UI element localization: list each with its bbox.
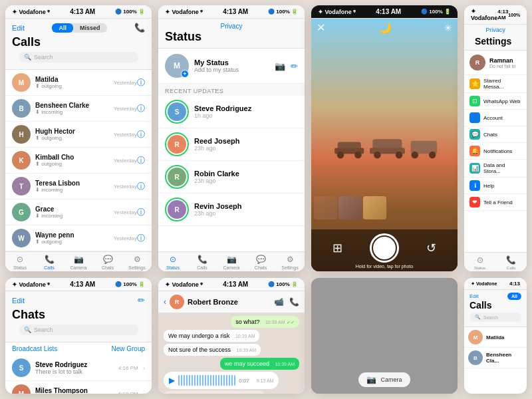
segment-all[interactable]: All: [52, 23, 73, 33]
avatar: R: [168, 200, 186, 219]
chats-header: Edit ✏ Chats 🔍 Search: [5, 291, 152, 342]
table-row[interactable]: M Matilda ⬆ outgoing Yesterday ⓘ: [5, 70, 152, 96]
settings-item-help[interactable]: ℹ Help: [464, 178, 527, 194]
info-icon[interactable]: ⓘ: [137, 103, 145, 114]
tab-calls-s[interactable]: 📞 Calls: [495, 255, 527, 270]
settings-item-chats[interactable]: 💬 Chats: [464, 126, 527, 143]
broadcast-lists-link[interactable]: Broadcast Lists: [12, 345, 57, 352]
time-8: 4:13: [509, 281, 520, 287]
shutter-button[interactable]: [370, 233, 399, 263]
message-time: 10:39 AM: [265, 320, 285, 325]
caller-name: Kimball Cho: [35, 154, 114, 161]
search-bar-chats[interactable]: 🔍 Search: [19, 325, 138, 335]
chat-avatar: M: [12, 384, 31, 394]
chat-item[interactable]: S Steve Rodriguez There is lot to talk 4…: [5, 355, 152, 381]
table-row[interactable]: H Hugh Hector ⬆ outgoing Yesterday ⓘ: [5, 122, 152, 148]
info-icon[interactable]: ⓘ: [137, 207, 145, 218]
table-row[interactable]: T Teresa Lisbon ⬇ incoming Yesterday ⓘ: [5, 174, 152, 200]
segment-control: All Missed: [52, 23, 106, 33]
settings-item-starred[interactable]: ⭐ Starred Messa...: [464, 75, 527, 93]
close-icon[interactable]: ✕: [317, 21, 325, 34]
info-icon[interactable]: ⓘ: [137, 155, 145, 166]
chat-item[interactable]: M Miles Thompson ✓✓ l got you bro 😎 6:10…: [5, 381, 152, 394]
settings-item-data[interactable]: 📊 Data and Stora...: [464, 160, 527, 178]
new-chat-icon[interactable]: ✏: [138, 295, 145, 305]
tab-calls[interactable]: 📞 Calls: [35, 255, 64, 270]
carrier-3: ✦ Vodafone ᵠ: [318, 9, 356, 15]
search-bar-calls[interactable]: 🔍 Search: [19, 52, 138, 63]
settings-item-friend[interactable]: ❤ Tell a Friend: [464, 194, 527, 211]
settings-item-notifications[interactable]: 🔔 Notifications: [464, 143, 527, 160]
video-call-icon[interactable]: 📹: [274, 297, 284, 307]
edit-status-icon[interactable]: ✏: [291, 61, 298, 71]
tab-settings-2[interactable]: ⚙ Settings: [275, 255, 305, 270]
settings-item-web[interactable]: ⊡ WhatsApp Web: [464, 93, 527, 110]
audio-message[interactable]: ▶ 0:07 9:13 AM: [164, 372, 279, 389]
status-item[interactable]: R Robin Clarke 23h ago: [158, 161, 305, 194]
chevron-right-icon: ›: [143, 364, 145, 372]
table-row[interactable]: B Bensheen Cla...: [464, 348, 527, 368]
message-time: 10:39 AM: [275, 362, 295, 366]
tab-status-s[interactable]: ⊙ Status: [464, 255, 495, 270]
thumbnail[interactable]: [314, 196, 337, 219]
privacy-label-settings: Privacy: [469, 27, 521, 33]
tab-chats[interactable]: 💬 Chats: [93, 255, 122, 270]
settings-item-account[interactable]: 👤 Account: [464, 110, 527, 126]
tab-camera-2[interactable]: 📷 Camera: [217, 255, 246, 270]
flash-icon[interactable]: ✳: [444, 23, 452, 33]
info-icon[interactable]: ⓘ: [137, 181, 145, 192]
tab-calls-label-s: Calls: [507, 266, 515, 270]
back-button[interactable]: ‹: [164, 297, 166, 307]
new-group-button[interactable]: New Group: [111, 345, 145, 352]
status-item[interactable]: R Revin Joseph 23h ago: [158, 194, 305, 226]
tab-camera[interactable]: 📷 Camera: [64, 255, 93, 270]
gallery-icon[interactable]: ⊞: [332, 241, 342, 255]
message-text: We may undergo a risk: [168, 332, 229, 339]
edit-calls-br[interactable]: Edit: [469, 293, 479, 299]
my-status-name: My Status: [194, 59, 269, 66]
tab-chats-2[interactable]: 💬 Chats: [246, 255, 275, 270]
message-bubble-in: We may undergo a risk 10:39 AM: [164, 330, 259, 342]
tab-settings[interactable]: ⚙ Settings: [122, 255, 152, 270]
seg-all-br[interactable]: All: [507, 293, 521, 300]
new-call-icon[interactable]: 📞: [134, 23, 145, 33]
table-row[interactable]: W Wayne penn ⬆ outgoing Yesterday ⓘ: [5, 225, 152, 251]
tab-camera-label-2: Camera: [223, 265, 240, 270]
avatar: M: [468, 330, 483, 344]
desert-scene: [326, 125, 443, 171]
highlighted-message-row: Robert Bronze We may undergo a risk: [164, 391, 299, 394]
play-icon[interactable]: ▶: [169, 376, 175, 385]
info-icon[interactable]: ⓘ: [137, 233, 145, 244]
status-item[interactable]: S Steve Rodriguez 1h ago: [158, 96, 305, 128]
status-timestamp: 23h ago: [194, 210, 242, 217]
segment-missed[interactable]: Missed: [73, 23, 107, 33]
tab-status[interactable]: ⊙ Status: [5, 255, 35, 270]
flip-camera-icon[interactable]: ↺: [426, 241, 436, 255]
search-bar-calls-br[interactable]: 🔍 Search: [469, 313, 521, 322]
table-row[interactable]: K Kimball Cho ⬆ outgoing Yesterday ⓘ: [5, 148, 152, 174]
camera-status-icon[interactable]: 📷: [275, 61, 285, 71]
my-status-row[interactable]: M + My Status Add to my status 📷 ✏: [158, 49, 305, 84]
table-row[interactable]: B Bensheen Clarke ⬇ incoming Yesterday ⓘ: [5, 96, 152, 122]
status-item-info: Steve Rodriguez 1h ago: [194, 104, 251, 119]
time-1: 4:13 AM: [70, 8, 95, 15]
info-icon[interactable]: ⓘ: [137, 77, 145, 88]
edit-button[interactable]: Edit: [12, 24, 25, 32]
tab-status-2[interactable]: ⊙ Status: [158, 255, 188, 270]
thumbnail[interactable]: [363, 196, 386, 219]
camera-hint-text: Hold for video, tap for photo: [311, 263, 458, 270]
settings-profile[interactable]: R Ramnan Do not fail to: [464, 51, 527, 75]
call-info: Teresa Lisbon ⬇ incoming: [35, 180, 114, 193]
voice-call-icon[interactable]: 📞: [289, 297, 299, 307]
table-row[interactable]: G Grace ⬇ incoming Yesterday ⓘ: [5, 200, 152, 225]
moon-icon[interactable]: 🌙: [378, 21, 392, 34]
thumbnail[interactable]: [338, 196, 362, 219]
tab-calls-2[interactable]: 📞 Calls: [188, 255, 217, 270]
table-row[interactable]: M Matilda: [464, 327, 527, 348]
settings-tab-icon-2: ⚙: [287, 255, 294, 264]
icons-4: 100%: [508, 13, 520, 17]
edit-chats-button[interactable]: Edit: [12, 297, 25, 305]
info-icon[interactable]: ⓘ: [137, 129, 145, 140]
status-item[interactable]: R Reed Joseph 23h ago: [158, 128, 305, 161]
conversation-panel: ✦ Vodafone ᵠ 4:13 AM 🔵 100% 🔋 ‹ R Robert…: [158, 278, 305, 394]
